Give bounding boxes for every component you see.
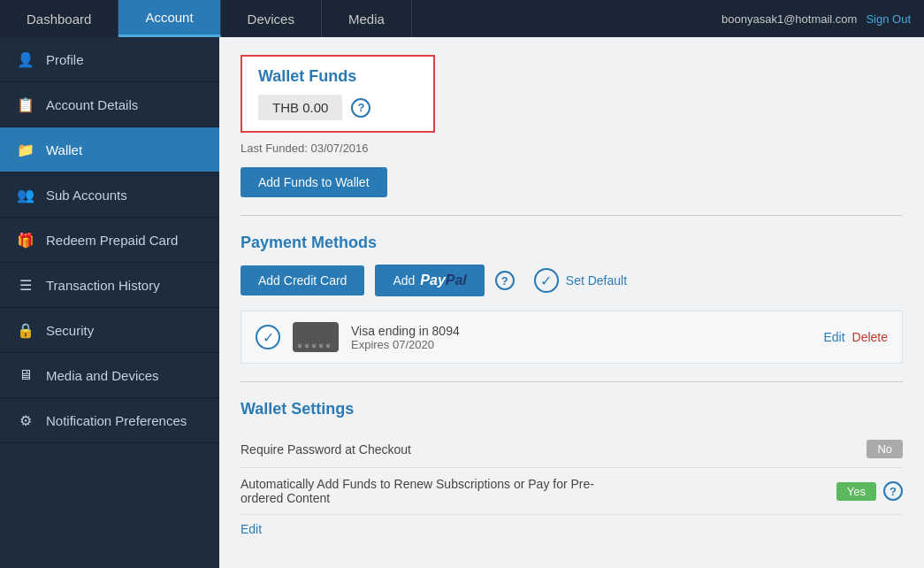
paypal-help-icon[interactable]: ?	[495, 271, 515, 290]
sidebar-item-wallet[interactable]: 📁 Wallet	[0, 127, 219, 173]
wallet-funds-title: Wallet Funds	[258, 67, 417, 86]
section-divider-2	[241, 381, 903, 382]
sidebar-label-wallet: Wallet	[46, 142, 82, 157]
sidebar-label-transaction-history: Transaction History	[46, 278, 160, 293]
sidebar-item-transaction-history[interactable]: ☰ Transaction History	[0, 263, 219, 308]
card-actions: Edit Delete	[823, 330, 888, 344]
wallet-settings-title: Wallet Settings	[241, 400, 903, 418]
add-credit-card-button[interactable]: Add Credit Card	[241, 265, 364, 296]
payment-buttons-row: Add Credit Card Add PayPal ? ✓ Set Defau…	[241, 265, 903, 296]
section-divider-1	[241, 215, 903, 216]
sidebar-item-media-devices[interactable]: 🖥 Media and Devices	[0, 353, 219, 398]
settings-auto-funds-right: Yes ?	[836, 481, 903, 501]
settings-row-auto-funds: Automatically Add Funds to Renew Subscri…	[241, 468, 903, 515]
set-default-row: ✓ Set Default	[534, 268, 627, 293]
settings-password-label: Require Password at Checkout	[241, 442, 411, 457]
card-icon	[293, 322, 339, 352]
sub-accounts-icon: 👥	[16, 185, 35, 204]
last-funded-text: Last Funded: 03/07/2016	[241, 142, 903, 155]
sidebar-label-redeem-prepaid: Redeem Prepaid Card	[46, 233, 178, 248]
settings-row-password: Require Password at Checkout No	[241, 431, 903, 468]
sidebar-item-sub-accounts[interactable]: 👥 Sub Accounts	[0, 173, 219, 218]
settings-auto-funds-label: Automatically Add Funds to Renew Subscri…	[241, 477, 630, 505]
sidebar-label-security: Security	[46, 323, 94, 338]
add-paypal-label: Add	[393, 273, 415, 288]
top-nav-right: boonyasak1@hotmail.com Sign Out	[708, 0, 924, 37]
wallet-help-icon[interactable]: ?	[351, 98, 370, 118]
profile-icon: 👤	[16, 50, 35, 69]
set-default-link[interactable]: Set Default	[566, 273, 627, 288]
sidebar-item-redeem-prepaid[interactable]: 🎁 Redeem Prepaid Card	[0, 218, 219, 263]
card-delete-link[interactable]: Delete	[852, 330, 888, 344]
sidebar-item-profile[interactable]: 👤 Profile	[0, 37, 219, 82]
prepaid-icon: 🎁	[16, 230, 35, 249]
main-layout: 👤 Profile 📋 Account Details 📁 Wallet 👥 S…	[0, 37, 924, 568]
sidebar-label-media-devices: Media and Devices	[46, 368, 159, 383]
nav-devices[interactable]: Devices	[221, 0, 322, 37]
payment-methods-title: Payment Methods	[241, 234, 903, 252]
notification-icon: ⚙	[16, 411, 35, 430]
card-expires: Expires 07/2020	[351, 338, 811, 351]
settings-auto-funds-value: Yes	[836, 482, 876, 501]
auto-funds-help-icon[interactable]: ?	[883, 481, 903, 501]
nav-account[interactable]: Account	[118, 0, 220, 37]
add-paypal-button[interactable]: Add PayPal	[375, 265, 484, 296]
card-edit-link[interactable]: Edit	[823, 330, 844, 344]
card-name: Visa ending in 8094	[351, 324, 811, 338]
wallet-settings-edit-link[interactable]: Edit	[241, 522, 903, 536]
sidebar-label-sub-accounts: Sub Accounts	[46, 188, 127, 203]
set-default-check-icon: ✓	[534, 268, 559, 293]
add-funds-button[interactable]: Add Funds to Wallet	[241, 167, 387, 197]
settings-password-right: No	[867, 440, 903, 458]
nav-dashboard[interactable]: Dashboard	[0, 0, 118, 37]
account-details-icon: 📋	[16, 95, 35, 114]
sidebar-item-security[interactable]: 🔒 Security	[0, 308, 219, 353]
settings-password-value: No	[867, 440, 903, 458]
card-selected-icon: ✓	[256, 325, 280, 349]
top-nav: Dashboard Account Devices Media boonyasa…	[0, 0, 924, 37]
paypal-logo: PayPal	[420, 272, 466, 288]
wallet-amount: THB 0.00	[258, 95, 342, 120]
nav-media[interactable]: Media	[322, 0, 412, 37]
sidebar: 👤 Profile 📋 Account Details 📁 Wallet 👥 S…	[0, 37, 219, 568]
content-area: Wallet Funds THB 0.00 ? Last Funded: 03/…	[219, 37, 924, 568]
wallet-funds-box: Wallet Funds THB 0.00 ?	[241, 55, 435, 133]
card-row: ✓ Visa ending in 8094 Expires 07/2020 Ed…	[241, 311, 903, 364]
sidebar-label-notification-prefs: Notification Preferences	[46, 413, 187, 428]
card-info: Visa ending in 8094 Expires 07/2020	[351, 324, 811, 351]
sidebar-item-notification-prefs[interactable]: ⚙ Notification Preferences	[0, 398, 219, 443]
sidebar-item-account-details[interactable]: 📋 Account Details	[0, 82, 219, 127]
media-devices-icon: 🖥	[16, 365, 35, 385]
sign-out-link[interactable]: Sign Out	[866, 12, 911, 26]
security-icon: 🔒	[16, 320, 35, 340]
wallet-icon: 📁	[16, 140, 35, 159]
user-email: boonyasak1@hotmail.com	[722, 12, 857, 26]
wallet-amount-row: THB 0.00 ?	[258, 95, 417, 120]
sidebar-label-profile: Profile	[46, 52, 84, 67]
sidebar-label-account-details: Account Details	[46, 97, 138, 112]
transaction-icon: ☰	[16, 275, 35, 295]
